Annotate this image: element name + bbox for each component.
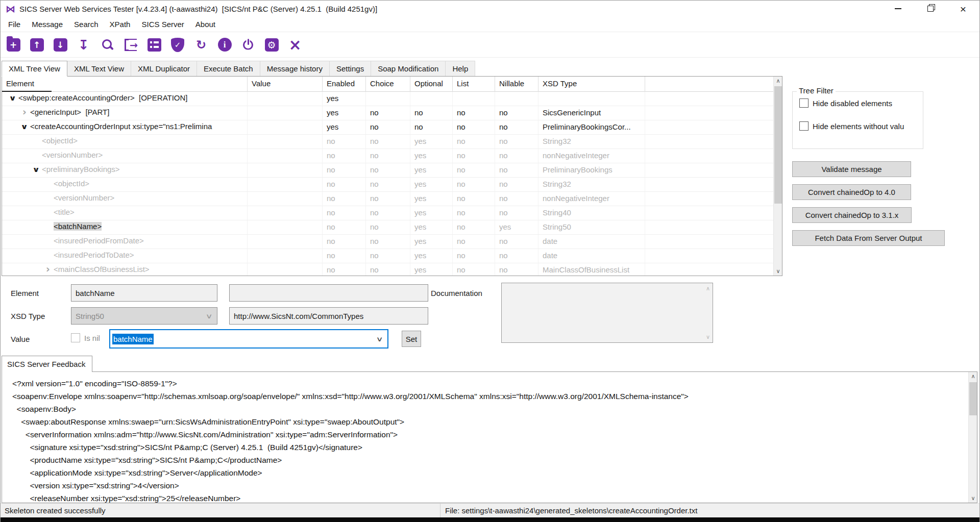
- is-nil-label: Is nil: [84, 334, 100, 342]
- header-underline: [2, 91, 52, 92]
- tab-soap-modification[interactable]: Soap Modification: [371, 61, 446, 77]
- element-label: Element: [11, 289, 39, 297]
- tree-row-objectid[interactable]: <objectId>nonoyesnonoString32: [2, 135, 782, 149]
- feedback-panel[interactable]: <?xml version="1.0" encoding="ISO-8859-1…: [2, 371, 977, 503]
- hide-without-value-checkbox[interactable]: [799, 121, 808, 131]
- collapsed-arrow-icon[interactable]: [42, 265, 54, 275]
- tree-row-createaccountingorderinput-xsi-type-ns1-prelimina[interactable]: <createAccountingOrderInput xsi:type="ns…: [2, 120, 782, 135]
- import-to-disk-icon[interactable]: ↧: [75, 36, 92, 54]
- documentation-scroll-up-icon[interactable]: ∧: [704, 285, 712, 292]
- column-header-optional[interactable]: Optional: [410, 77, 453, 92]
- minimize-button[interactable]: [881, 1, 914, 17]
- tree-row-insuredperiodfromdate[interactable]: <insuredPeriodFromDate>nonoyesnonodate: [2, 235, 782, 249]
- tabstrip: XML Tree ViewXML Text ViewXML Duplicator…: [2, 61, 475, 77]
- feedback-scrollbar-down-icon[interactable]: ∨: [969, 494, 977, 503]
- fetch-data-button[interactable]: Fetch Data From Server Output: [792, 230, 945, 246]
- feedback-scrollbar-up-icon[interactable]: ∧: [969, 372, 977, 381]
- close-icon[interactable]: ×: [286, 36, 304, 54]
- tab-message-history[interactable]: Message history: [260, 61, 330, 77]
- restore-button[interactable]: [914, 1, 947, 17]
- tree-scrollbar-down-icon[interactable]: ∨: [774, 267, 782, 276]
- collapsed-arrow-icon[interactable]: [19, 108, 30, 117]
- tab-execute-batch[interactable]: Execute Batch: [197, 61, 260, 77]
- column-header-element[interactable]: Element: [2, 77, 248, 92]
- menu-file[interactable]: File: [3, 18, 26, 31]
- tree-row-insuredperiodtodate[interactable]: <insuredPeriodToDate>nonoyesnonodate: [2, 249, 782, 263]
- expanded-arrow-icon[interactable]: [31, 165, 42, 174]
- convert-chainedop-40-button[interactable]: Convert chainedOp to 4.0: [792, 184, 911, 200]
- status-file-path: File: settings\t-aawasthi24\generated_sk…: [445, 506, 697, 515]
- new-folder-icon[interactable]: +: [5, 36, 22, 54]
- close-window-icon: ×: [960, 4, 966, 14]
- search-icon[interactable]: [99, 36, 116, 54]
- value-selected-text: batchName: [112, 334, 154, 344]
- tab-settings[interactable]: Settings: [330, 61, 371, 77]
- tree-row-genericinput-part[interactable]: <genericInput> [PART]yesnonononoSicsGene…: [2, 106, 782, 120]
- feedback-scrollbar-thumb[interactable]: [969, 382, 977, 415]
- tree-table-body: <swbpep:createAccountingOrder> [OPERATIO…: [2, 92, 782, 276]
- app-logo-icon: ⋈: [6, 3, 15, 14]
- hide-disabled-checkbox-label: Hide disabled elements: [813, 99, 892, 108]
- element-name-value: batchName: [76, 289, 115, 297]
- tree-row-mainclassofbusinesslist[interactable]: <mainClassOfBusinessList>nonoyesnonoMain…: [2, 263, 782, 276]
- expanded-arrow-icon[interactable]: [7, 93, 18, 103]
- export-send-icon[interactable]: →: [122, 36, 139, 54]
- column-header-list[interactable]: List: [453, 77, 495, 92]
- server-list-icon[interactable]: [145, 36, 163, 54]
- validate-message-button[interactable]: Validate message: [792, 161, 911, 177]
- menu-sics-server[interactable]: SICS Server: [136, 18, 189, 31]
- menu-about[interactable]: About: [190, 18, 221, 31]
- column-header-nillable[interactable]: Nillable: [495, 77, 538, 92]
- settings-gear-icon[interactable]: ⚙: [263, 36, 280, 54]
- convert-chainedop-31x-button[interactable]: Convert chainedOp to 3.1.x: [792, 207, 912, 223]
- info-icon[interactable]: i: [216, 36, 233, 54]
- expanded-arrow-icon[interactable]: [19, 122, 30, 131]
- upload-box-icon[interactable]: ↑: [28, 36, 45, 54]
- column-header-enabled[interactable]: Enabled: [323, 77, 366, 92]
- feedback-scrollbar[interactable]: ∧ ∨: [968, 372, 977, 503]
- statusbar: Skeleton created successfully File: sett…: [1, 503, 979, 517]
- column-header-xsd-type[interactable]: XSD Type: [538, 77, 645, 92]
- xsd-namespace-field[interactable]: http://www.SicsNt.com/CommonTypes: [229, 307, 428, 325]
- menu-search[interactable]: Search: [68, 18, 104, 31]
- tree-scrollbar[interactable]: ∧ ∨: [773, 77, 782, 276]
- tree-table-header: ElementValueEnabledChoiceOptionalListNil…: [2, 77, 782, 92]
- xsd-type-chevron-icon: ∨: [206, 312, 213, 320]
- menu-message[interactable]: Message: [26, 18, 68, 31]
- column-header-filler: [645, 77, 782, 92]
- tab-xml-tree-view[interactable]: XML Tree View: [2, 61, 67, 77]
- menu-xpath[interactable]: XPath: [104, 18, 136, 31]
- xml-line: <signature xsi:type="xsd:string">SICS/nt…: [12, 441, 689, 454]
- tree-row-versionnumber[interactable]: <versionNumber>nonoyesnonononNegativeInt…: [2, 149, 782, 163]
- download-box-icon[interactable]: ↓: [52, 36, 69, 54]
- tree-row-swbpep-createaccountingorder-operation[interactable]: <swbpep:createAccountingOrder> [OPERATIO…: [2, 92, 782, 106]
- tree-row-batchname[interactable]: <batchName>nonoyesnoyesString50: [2, 220, 782, 235]
- tree-row-preliminarybookings[interactable]: <preliminaryBookings>nonoyesnonoPrelimin…: [2, 163, 782, 178]
- refresh-icon[interactable]: ↻: [192, 36, 210, 54]
- tree-row-title[interactable]: <title>nonoyesnonoString40: [2, 206, 782, 220]
- tab-help[interactable]: Help: [446, 61, 475, 77]
- xsd-type-combo[interactable]: String50 ∨: [71, 307, 217, 325]
- tree-row-objectid[interactable]: <objectId>nonoyesnonoString32: [2, 178, 782, 192]
- close-window-button[interactable]: ×: [947, 1, 979, 17]
- documentation-textarea[interactable]: ∧ ∨: [501, 283, 713, 343]
- validate-shield-icon[interactable]: ✓: [169, 36, 186, 54]
- tab-xml-duplicator[interactable]: XML Duplicator: [131, 61, 197, 77]
- feedback-tab[interactable]: SICS Server Feedback: [2, 356, 92, 372]
- tree-scrollbar-thumb[interactable]: [774, 86, 782, 204]
- element-namespace-field[interactable]: [229, 284, 428, 302]
- hide-disabled-checkbox[interactable]: [799, 98, 808, 108]
- set-button[interactable]: Set: [402, 331, 421, 347]
- documentation-scroll-down-icon[interactable]: ∨: [704, 334, 712, 340]
- column-header-choice[interactable]: Choice: [366, 77, 410, 92]
- tree-scrollbar-up-icon[interactable]: ∧: [774, 77, 782, 85]
- is-nil-checkbox[interactable]: [71, 333, 80, 342]
- tree-row-versionnumber[interactable]: <versionNumber>nonoyesnonononNegativeInt…: [2, 192, 782, 206]
- tab-xml-text-view[interactable]: XML Text View: [67, 61, 131, 77]
- column-header-value[interactable]: Value: [248, 77, 323, 92]
- power-icon[interactable]: [239, 36, 257, 54]
- is-nil-checkbox-row: Is nil: [71, 333, 100, 342]
- element-name-field[interactable]: batchName: [71, 284, 217, 302]
- window-controls: ×: [881, 1, 979, 17]
- value-combo[interactable]: batchName ∨: [109, 329, 388, 349]
